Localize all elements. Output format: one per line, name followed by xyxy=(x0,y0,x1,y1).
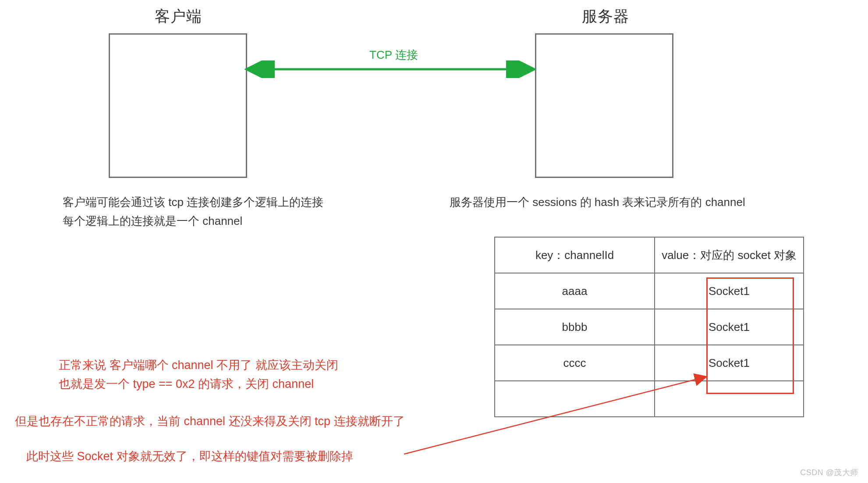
table-cell-key: aaaa xyxy=(495,273,655,309)
server-box xyxy=(535,33,673,178)
note-pointer-arrow xyxy=(404,372,711,459)
client-desc-line2: 每个逻辑上的连接就是一个 channel xyxy=(63,212,323,231)
server-desc: 服务器使用一个 sessions 的 hash 表来记录所有的 channel xyxy=(450,193,745,212)
note-normal-close-line2: 也就是发一个 type == 0x2 的请求，关闭 channel xyxy=(59,375,338,394)
table-cell-key: bbbb xyxy=(495,309,655,345)
note-invalid-socket: 此时这些 Socket 对象就无效了，即这样的键值对需要被删除掉 xyxy=(26,447,353,466)
table-row: bbbb Socket1 xyxy=(495,309,804,345)
client-title: 客户端 xyxy=(155,6,202,27)
table-cell-value: Socket1 xyxy=(655,273,804,309)
svg-line-1 xyxy=(404,377,705,454)
note-normal-close: 正常来说 客户端哪个 channel 不用了 就应该主动关闭 也就是发一个 ty… xyxy=(59,356,338,394)
client-desc-line1: 客户端可能会通过该 tcp 连接创建多个逻辑上的连接 xyxy=(63,193,323,212)
table-header-value: value：对应的 socket 对象 xyxy=(655,237,804,273)
table-header-key: key：channelId xyxy=(495,237,655,273)
server-title: 服务器 xyxy=(582,6,629,27)
watermark: CSDN @茂大师 xyxy=(800,467,858,478)
note-normal-close-line1: 正常来说 客户端哪个 channel 不用了 就应该主动关闭 xyxy=(59,356,338,375)
client-box xyxy=(109,33,247,178)
client-desc: 客户端可能会通过该 tcp 连接创建多个逻辑上的连接 每个逻辑上的连接就是一个 … xyxy=(63,193,323,231)
table-cell-value: Socket1 xyxy=(655,309,804,345)
table-header-row: key：channelId value：对应的 socket 对象 xyxy=(495,237,804,273)
note-abnormal: 但是也存在不正常的请求，当前 channel 还没来得及关闭 tcp 连接就断开… xyxy=(15,412,405,431)
tcp-connection-arrow xyxy=(244,60,536,78)
table-row: aaaa Socket1 xyxy=(495,273,804,309)
